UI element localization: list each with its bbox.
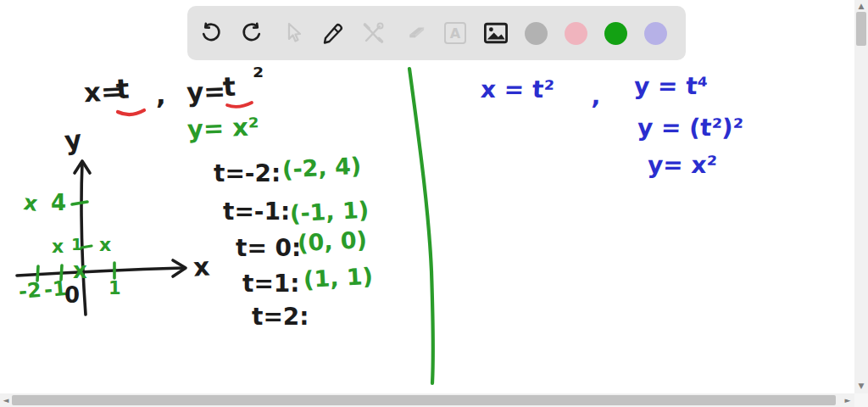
t-row-label: t= 0: (236, 237, 301, 260)
vertical-scrollbar-thumb[interactable] (856, 12, 866, 46)
scroll-down-button[interactable]: ▼ (855, 380, 867, 392)
undo-icon (200, 22, 222, 44)
divider-stroke (409, 69, 433, 383)
whiteboard-app: A (0, 0, 868, 407)
x-axis-label: x (192, 254, 210, 280)
x-axis-line (17, 268, 183, 276)
eq-param-sup: ² (253, 64, 264, 90)
pen-icon (321, 21, 345, 45)
t-row-label: t=-2: (214, 162, 281, 186)
color-swatch-gray[interactable] (525, 22, 548, 45)
y-tick-label-1: 1 (71, 237, 82, 253)
blue-comma: , (591, 85, 601, 109)
t-row-label: t=-1: (223, 200, 290, 224)
eq-param-t1: t (115, 75, 130, 103)
t-row-point: (-2, 4) (281, 154, 361, 181)
image-tool-button[interactable] (484, 21, 508, 45)
text-tool-icon: A (444, 22, 466, 44)
tools-icon (362, 21, 386, 45)
color-swatch-green[interactable] (604, 22, 627, 45)
horizontal-scrollbar[interactable]: ◄ ► (0, 393, 854, 407)
t-row-label: t=1: (242, 272, 300, 296)
horizontal-scrollbar-thumb[interactable] (12, 395, 836, 405)
eraser-tool-button[interactable] (403, 21, 426, 45)
plot-mark-1-1: x (99, 236, 111, 254)
y-tick-1 (81, 246, 92, 248)
scrollbar-corner (854, 393, 868, 407)
t-row-point: (0, 0) (297, 228, 367, 254)
scroll-left-button[interactable]: ◄ (0, 394, 12, 406)
t-row-point: (-1, 1) (289, 198, 369, 226)
red-underline-t2 (227, 103, 252, 107)
eq-param-t2: t (222, 74, 236, 101)
undo-button[interactable] (199, 21, 223, 45)
scroll-up-button[interactable]: ▲ (855, 0, 867, 12)
shapes-tool-button[interactable] (362, 21, 386, 45)
redo-icon (241, 22, 263, 44)
color-swatch-purple[interactable] (644, 22, 667, 45)
pen-tool-button[interactable] (321, 21, 345, 45)
blue-step-3: y= x² (647, 153, 717, 177)
x-tick-label-neg2: -2 (18, 280, 42, 302)
select-tool-button[interactable] (281, 21, 304, 45)
eq-param-comma: , (156, 82, 166, 109)
image-icon (484, 22, 508, 44)
origin-label: 0 (64, 284, 80, 306)
x-tick-label-1: 1 (108, 280, 121, 298)
text-tool-button[interactable]: A (443, 21, 467, 45)
eraser-icon (403, 21, 426, 45)
vertical-scrollbar[interactable]: ▲ ▼ (854, 0, 868, 393)
plot-mark-origin: x (73, 259, 87, 282)
y-tick-label-4: 4 (51, 192, 66, 214)
red-underline-t1 (118, 110, 144, 114)
blue-step-2: y = (t²)² (637, 116, 743, 140)
redo-button[interactable] (240, 21, 264, 45)
y-tick-4 (72, 202, 87, 204)
eq-param-rhs: y= (186, 78, 225, 106)
plot-mark-neg2-4: x (22, 192, 38, 215)
t-row-point: (1, 1) (303, 265, 373, 291)
t-row-label: t=2: (252, 305, 309, 329)
scroll-right-button[interactable]: ► (842, 394, 854, 406)
cursor-icon (282, 22, 303, 44)
blue-eq-y: y = t⁴ (633, 75, 708, 98)
eq-derived-green: y= x² (187, 115, 260, 142)
y-axis-label: y (63, 126, 82, 154)
blue-eq-x: x = t² (480, 78, 554, 102)
color-swatch-pink[interactable] (565, 22, 587, 45)
plot-mark-neg1-1: x (52, 237, 64, 256)
toolbar: A (187, 6, 686, 60)
